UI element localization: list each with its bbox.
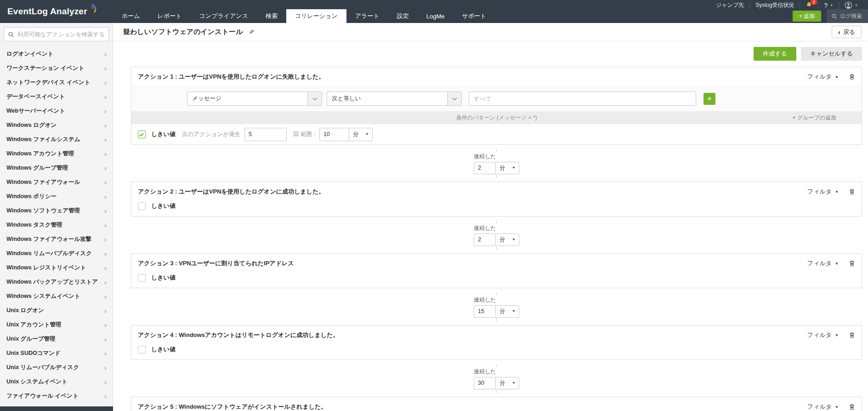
chevron-right-icon: › (104, 236, 107, 243)
jump-to-link[interactable]: ジャンプ先 (710, 2, 750, 9)
connector-value-input[interactable] (474, 377, 495, 389)
filter-toggle[interactable]: フィルタ ▼ (807, 331, 839, 339)
sidebar-item-firewall-events[interactable]: ファイアウォール イベント› (0, 389, 113, 403)
correlation-actions: アクション 1 : ユーザーはVPNを使用したログオンに失敗しました。 フィルタ… (113, 63, 868, 411)
sidebar-item-network-device-events[interactable]: ネットワークデバイス イベント› (0, 75, 113, 90)
sidebar-item-web-server-events[interactable]: Webサーバーイベント› (0, 104, 113, 118)
sidebar-item-label: Windows ファイルシステム (6, 136, 80, 143)
help-button[interactable]: ? ▼ (818, 2, 839, 9)
nav-tab-support[interactable]: サポート (453, 9, 495, 23)
nav-tab-home[interactable]: ホーム (113, 9, 149, 23)
sidebar-item-unix-account-mgmt[interactable]: Unix アカウント管理› (0, 318, 113, 332)
log-search-button[interactable]: ログ検索 (827, 9, 868, 23)
nav-tab-reports[interactable]: レポート (149, 9, 191, 23)
filter-label: フィルタ (807, 331, 832, 339)
connector-unit-select[interactable]: 分 (495, 162, 519, 174)
sidebar-item-label: Webサーバーイベント (6, 107, 65, 115)
sidebar-item-windows-firewall-attack[interactable]: Windows ファイアウォール攻撃› (0, 232, 113, 246)
notifications-button[interactable]: 2 (800, 2, 818, 9)
sidebar-item-database-events[interactable]: データベースイベント› (0, 90, 113, 104)
delete-action-button[interactable] (849, 260, 855, 267)
sidebar-item-label: Windows グループ管理 (6, 164, 68, 172)
caret-down-icon: ▼ (855, 4, 858, 7)
nav-tab-logme[interactable]: LogMe (418, 9, 454, 23)
operator-select[interactable]: 次と等しい (327, 91, 462, 106)
sidebar-item-windows-logon[interactable]: Windows ログオン› (0, 118, 113, 132)
threshold-window-input[interactable] (319, 128, 349, 141)
criteria-value-input[interactable] (469, 91, 696, 106)
chevron-right-icon: › (104, 393, 107, 400)
sidebar-item-logon-events[interactable]: ログオンイベント› (0, 47, 113, 61)
sidebar-item-windows-removable-disk[interactable]: Windows リムーバブルディスク› (0, 246, 113, 261)
create-button[interactable]: 作成する (754, 47, 796, 61)
sidebar-item-unix-system-events[interactable]: Unix システムイベント› (0, 375, 113, 389)
connector-value-input[interactable] (474, 305, 495, 318)
add-criteria-button[interactable]: + (703, 93, 715, 105)
connector-line (496, 175, 497, 178)
sidebar-item-windows-group-mgmt[interactable]: Windows グループ管理› (0, 161, 113, 175)
back-button[interactable]: ‹ 戻る (832, 26, 862, 38)
connector-label: 連続した (474, 224, 519, 232)
sidebar-item-workstation-events[interactable]: ワークステーション イベント› (0, 61, 113, 75)
nav-tab-search[interactable]: 検索 (257, 9, 286, 23)
sidebar-item-windows-account-mgmt[interactable]: Windows アカウント管理› (0, 147, 113, 161)
nav-tab-correlation[interactable]: コリレーション (286, 9, 346, 23)
filter-toggle[interactable]: フィルタ ▼ (807, 188, 839, 196)
logo-swoosh-icon (85, 3, 97, 15)
sidebar-item-windows-system-events[interactable]: Windows システムイベント› (0, 289, 113, 303)
trash-icon (849, 73, 855, 80)
action-card-2: アクション 2 : ユーザーはVPNを使用したログオンに成功しました。 フィルタ… (131, 182, 862, 217)
sidebar-item-windows-policy[interactable]: Windows ポリシー› (0, 189, 113, 204)
threshold-checkbox[interactable] (138, 346, 146, 354)
syslog-status-link[interactable]: Syslog受信状況 (750, 2, 800, 9)
threshold-checkbox[interactable] (138, 202, 146, 210)
sidebar-item-unix-group-mgmt[interactable]: Unix グループ管理› (0, 332, 113, 346)
nav-tab-alerts[interactable]: アラート (346, 9, 388, 23)
nav-tab-compliance[interactable]: コンプライアンス (191, 9, 257, 23)
sidebar-item-windows-task-mgmt[interactable]: Windows タスク管理› (0, 218, 113, 232)
threshold-checkbox[interactable] (138, 131, 146, 138)
user-menu-button[interactable]: ▼ (839, 2, 863, 9)
page-title: 疑わしいソフトウェアのインストール (123, 28, 243, 36)
delete-action-button[interactable] (849, 188, 855, 195)
main-panel: 疑わしいソフトウェアのインストール ✎ ‹ 戻る 作成する キャンセルする アク… (113, 23, 868, 411)
delete-action-button[interactable] (849, 403, 855, 411)
filter-toggle[interactable]: フィルタ ▲ (807, 73, 839, 81)
chevron-right-icon: › (104, 122, 107, 129)
connector-unit-select[interactable]: 分 (495, 377, 519, 389)
connector-unit-select[interactable]: 分 (495, 234, 519, 246)
connector-value-input[interactable] (474, 234, 495, 246)
add-button[interactable]: + 追加 (793, 11, 821, 22)
sidebar-search-input[interactable] (17, 31, 105, 38)
edit-title-icon[interactable]: ✎ (249, 29, 254, 35)
filter-toggle[interactable]: フィルタ ▼ (807, 403, 839, 411)
sidebar-item-unix-sudo-command[interactable]: Unix SUDOコマンド› (0, 346, 113, 360)
jump-to-label: ジャンプ先 (716, 1, 744, 9)
delete-action-button[interactable] (849, 73, 855, 80)
action-card-5: アクション 5 : Windowsにソフトウェアがインストールされました。 フィ… (131, 397, 862, 411)
field-select[interactable]: メッセージ (187, 91, 322, 106)
sidebar-item-windows-firewall[interactable]: Windows ファイアウォール› (0, 175, 113, 189)
sidebar-item-windows-backup-restore[interactable]: Windows バックアップとリストア› (0, 275, 113, 289)
threshold-checkbox[interactable] (138, 274, 146, 282)
cancel-button[interactable]: キャンセルする (801, 47, 862, 61)
sidebar-item-windows-registry-events[interactable]: Windows レジストリイベント› (0, 261, 113, 275)
threshold-unit-select[interactable]: 分 (349, 128, 373, 141)
sidebar-item-unix-removable-disk[interactable]: Unix リムーバブルディスク› (0, 360, 113, 375)
connector-value-input[interactable] (474, 162, 495, 174)
threshold-label: しきい値 (151, 345, 176, 354)
filter-criteria-row: メッセージ 次と等しい + (131, 86, 862, 111)
sidebar-item-label: Unix リムーバブルディスク (6, 364, 79, 371)
chevron-right-icon: › (104, 378, 107, 385)
add-group-link[interactable]: + グループの追加 (793, 114, 836, 122)
threshold-count-input[interactable] (244, 128, 287, 141)
nav-tab-settings[interactable]: 設定 (388, 9, 418, 23)
connector-unit-select[interactable]: 分 (495, 305, 519, 318)
sidebar-item-unix-logon[interactable]: Unix ログオン› (0, 303, 113, 318)
sidebar-item-windows-software-mgmt[interactable]: Windows ソフトウェア管理› (0, 204, 113, 218)
sidebar-item-windows-filesystem[interactable]: Windows ファイルシステム› (0, 132, 113, 147)
connector-unit-value: 分 (499, 308, 505, 315)
delete-action-button[interactable] (849, 331, 855, 339)
filter-toggle[interactable]: フィルタ ▼ (807, 259, 839, 268)
chevron-down-icon (307, 92, 322, 105)
